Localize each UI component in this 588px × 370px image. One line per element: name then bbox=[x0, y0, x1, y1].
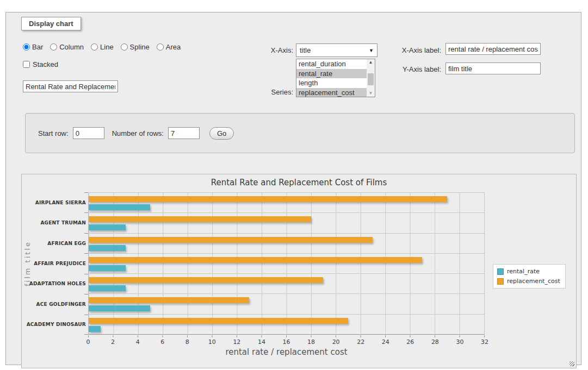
stacked-label: Stacked bbox=[33, 60, 58, 68]
yaxis-label-label: Y-Axis label: bbox=[388, 65, 441, 73]
plot-row bbox=[89, 254, 484, 274]
plot-row bbox=[89, 294, 484, 314]
xaxis-label-label: X-Axis label: bbox=[388, 46, 441, 54]
chart-type-area[interactable]: Area bbox=[157, 43, 181, 51]
rental_rate-bar bbox=[89, 245, 126, 251]
x-tick-label: 6 bbox=[160, 338, 164, 346]
series-listbox-label: Series: bbox=[240, 88, 293, 96]
chart-y-ticks bbox=[84, 192, 88, 335]
plot-row bbox=[89, 315, 484, 334]
rental_rate-bar bbox=[89, 305, 150, 311]
x-tick-label: 0 bbox=[86, 338, 90, 346]
chart-type-radio-line[interactable] bbox=[91, 43, 98, 51]
scroll-down-icon[interactable]: ▼ bbox=[367, 90, 375, 97]
chart-type-label: Area bbox=[166, 43, 181, 51]
listbox-scrollbar[interactable]: ▲ ▼ bbox=[367, 59, 375, 97]
chart-y-axis-label: film title bbox=[23, 192, 32, 335]
x-tick-label: 10 bbox=[208, 338, 216, 346]
scroll-up-icon[interactable]: ▲ bbox=[367, 59, 375, 66]
xaxis-label-input[interactable] bbox=[445, 43, 541, 55]
start-row-label: Start row: bbox=[38, 129, 69, 137]
series-option-length[interactable]: length bbox=[296, 78, 367, 88]
chart-type-radios: BarColumnLineSplineArea bbox=[23, 43, 181, 51]
fieldset-legend: Display chart bbox=[21, 17, 81, 30]
stacked-checkbox[interactable] bbox=[23, 61, 30, 68]
chart-type-spline[interactable]: Spline bbox=[121, 43, 150, 51]
series-listbox[interactable]: rental_durationrental_ratelengthreplacem… bbox=[296, 59, 375, 97]
chart-type-label: Bar bbox=[32, 43, 43, 51]
x-tick-label: 4 bbox=[136, 338, 140, 346]
series-option-rental_rate[interactable]: rental_rate bbox=[296, 69, 367, 79]
x-tick-label: 28 bbox=[431, 338, 439, 346]
series-option-rental_duration[interactable]: rental_duration bbox=[296, 59, 367, 69]
category-label: AGENT TRUMAN bbox=[32, 212, 86, 233]
start-row-input[interactable] bbox=[73, 127, 104, 139]
chart-type-radio-bar[interactable] bbox=[23, 43, 30, 51]
chart-plot-area bbox=[88, 192, 485, 335]
series-option-replacement_cost[interactable]: replacement_cost bbox=[296, 88, 367, 98]
category-label: AIRPLANE SIERRA bbox=[32, 192, 86, 212]
x-tick-label: 2 bbox=[111, 338, 115, 346]
plot-row bbox=[89, 193, 484, 213]
chart-x-axis-label: rental rate / replacement cost bbox=[88, 347, 485, 357]
chart-type-bar[interactable]: Bar bbox=[23, 43, 43, 51]
x-tick-label: 18 bbox=[307, 338, 315, 346]
replacement_cost-bar bbox=[89, 318, 348, 324]
chart-legend: rental_ratereplacement_cost bbox=[493, 264, 566, 289]
stacked-option[interactable]: Stacked bbox=[23, 60, 58, 68]
chart-title-input[interactable] bbox=[23, 80, 118, 92]
chart-title: Rental Rate and Replacement Cost of Film… bbox=[22, 178, 576, 187]
scrollbar-thumb[interactable] bbox=[368, 73, 374, 85]
plot-row bbox=[89, 234, 484, 254]
category-label: ACADEMY DINOSAUR bbox=[32, 315, 86, 335]
x-tick-label: 12 bbox=[233, 338, 240, 346]
rental_rate-bar bbox=[89, 285, 126, 291]
chart-type-line[interactable]: Line bbox=[91, 43, 114, 51]
xaxis-select-label: X-Axis: bbox=[240, 46, 293, 54]
rental_rate-bar bbox=[89, 204, 150, 210]
replacement_cost-bar bbox=[89, 237, 373, 243]
series-options: rental_durationrental_ratelengthreplacem… bbox=[296, 59, 375, 97]
xaxis-selected-value: title bbox=[300, 46, 311, 54]
xaxis-select[interactable]: title ▼ bbox=[296, 43, 377, 57]
go-button[interactable]: Go bbox=[209, 127, 234, 140]
chart-type-label: Line bbox=[100, 43, 114, 51]
x-tick-label: 8 bbox=[185, 338, 189, 346]
x-tick-label: 32 bbox=[481, 338, 488, 346]
replacement_cost-bar bbox=[89, 297, 249, 303]
x-tick-label: 30 bbox=[456, 338, 463, 346]
category-label: ADAPTATION HOLES bbox=[32, 274, 86, 294]
category-label: ACE GOLDFINGER bbox=[32, 294, 86, 314]
legend-entry-rental_rate[interactable]: rental_rate bbox=[497, 268, 560, 275]
legend-label: rental_rate bbox=[507, 268, 540, 275]
x-tick-label: 26 bbox=[406, 338, 414, 346]
x-tick-label: 20 bbox=[332, 338, 340, 346]
replacement_cost-bar bbox=[89, 196, 447, 202]
num-rows-input[interactable] bbox=[168, 127, 200, 139]
chart-type-label: Spline bbox=[130, 43, 150, 51]
plot-row bbox=[89, 213, 484, 233]
rental_rate-bar bbox=[89, 224, 126, 230]
chart-type-radio-spline[interactable] bbox=[121, 43, 128, 51]
resize-grip-icon[interactable] bbox=[570, 361, 574, 366]
x-tick-label: 24 bbox=[382, 338, 389, 346]
chart-x-tick-labels: 02468101214161820222426283032 bbox=[88, 338, 485, 345]
x-tick-label: 22 bbox=[357, 338, 364, 346]
rental_rate-bar bbox=[89, 326, 101, 332]
plot-row bbox=[89, 274, 484, 294]
yaxis-label-input[interactable] bbox=[445, 62, 541, 74]
replacement_cost-bar bbox=[89, 277, 323, 283]
chart-x-tick-marks bbox=[88, 335, 485, 337]
replacement_cost-bar bbox=[89, 216, 311, 222]
chart-type-radio-area[interactable] bbox=[157, 43, 164, 51]
chevron-down-icon: ▼ bbox=[369, 48, 374, 53]
chart-type-radio-column[interactable] bbox=[50, 43, 57, 51]
legend-entry-replacement_cost[interactable]: replacement_cost bbox=[497, 278, 560, 285]
x-tick-label: 16 bbox=[283, 338, 290, 346]
row-range-panel: Start row: Number of rows: Go bbox=[25, 113, 575, 153]
legend-label: replacement_cost bbox=[507, 278, 560, 285]
chart-type-label: Column bbox=[59, 43, 84, 51]
category-label: AFRICAN EGG bbox=[32, 233, 86, 253]
legend-swatch bbox=[497, 268, 504, 275]
chart-type-column[interactable]: Column bbox=[50, 43, 84, 51]
